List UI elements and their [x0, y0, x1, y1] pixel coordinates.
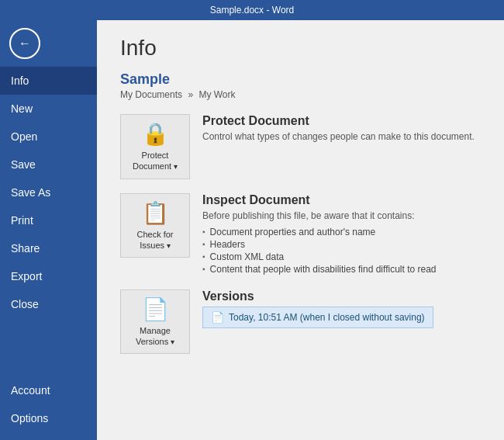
- sidebar-item-export[interactable]: Export: [0, 262, 97, 290]
- manage-versions-button[interactable]: ManageVersions: [120, 289, 190, 355]
- main-content: Info Sample My Documents » My Work Prote…: [97, 20, 504, 440]
- issue-item-3: Custom XML data: [202, 251, 481, 263]
- versions-button-label: ManageVersions: [136, 325, 174, 348]
- issue-item-1: Document properties and author's name: [202, 226, 481, 238]
- breadcrumb-part2: My Work: [198, 89, 235, 100]
- sidebar-item-save-as[interactable]: Save As: [0, 178, 97, 206]
- sidebar-bottom: Account Options: [0, 376, 97, 440]
- issue-item-2: Headers: [202, 238, 481, 251]
- sidebar-spacer: [0, 318, 97, 376]
- sidebar-item-close[interactable]: Close: [0, 290, 97, 318]
- protect-content: Protect Document Control what types of c…: [202, 114, 481, 147]
- check-issues-button[interactable]: Check forIssues: [120, 193, 190, 258]
- inspect-heading: Inspect Document: [202, 193, 481, 207]
- version-link[interactable]: 📄 Today, 10:51 AM (when I closed without…: [202, 307, 433, 328]
- protect-section: ProtectDocument Protect Document Control…: [120, 114, 481, 179]
- issue-item-4: Content that people with disabilities fi…: [202, 263, 481, 275]
- document-name: Sample: [120, 71, 481, 88]
- sidebar-item-save[interactable]: Save: [0, 151, 97, 178]
- versions-content: Versions 📄 Today, 10:51 AM (when I close…: [202, 289, 481, 328]
- version-doc-icon: 📄: [211, 311, 224, 324]
- protect-icon: [142, 121, 169, 147]
- sidebar: ← Info New Open Save Save As Print Share…: [0, 20, 97, 440]
- protect-description: Control what types of changes people can…: [202, 131, 481, 142]
- versions-heading: Versions: [202, 289, 481, 303]
- back-button[interactable]: ←: [9, 28, 40, 59]
- breadcrumb-part1: My Documents: [120, 89, 182, 100]
- title-bar-text: Sample.docx - Word: [210, 5, 295, 16]
- sidebar-item-new[interactable]: New: [0, 95, 97, 123]
- title-bar: Sample.docx - Word: [0, 0, 504, 20]
- versions-icon: [142, 296, 169, 322]
- versions-section: ManageVersions Versions 📄 Today, 10:51 A…: [120, 289, 481, 355]
- protect-document-button[interactable]: ProtectDocument: [120, 114, 190, 179]
- sidebar-item-share[interactable]: Share: [0, 234, 97, 262]
- version-link-text: Today, 10:51 AM (when I closed without s…: [229, 312, 425, 323]
- breadcrumb-separator: »: [188, 89, 193, 100]
- inspect-content: Inspect Document Before publishing this …: [202, 193, 481, 275]
- inspect-icon: [142, 200, 169, 226]
- inspect-button-label: Check forIssues: [136, 229, 173, 251]
- sidebar-item-print[interactable]: Print: [0, 206, 97, 234]
- sidebar-nav: Info New Open Save Save As Print Share E…: [0, 67, 97, 318]
- sidebar-item-open[interactable]: Open: [0, 123, 97, 151]
- breadcrumb: My Documents » My Work: [120, 89, 481, 100]
- protect-heading: Protect Document: [202, 114, 481, 128]
- inspect-section: Check forIssues Inspect Document Before …: [120, 193, 481, 275]
- sidebar-item-info[interactable]: Info: [0, 67, 97, 95]
- protect-button-label: ProtectDocument: [133, 150, 178, 172]
- sidebar-item-account[interactable]: Account: [0, 376, 97, 404]
- sidebar-item-options[interactable]: Options: [0, 404, 97, 432]
- page-title: Info: [120, 36, 481, 61]
- issues-list: Document properties and author's name He…: [202, 226, 481, 275]
- inspect-description: Before publishing this file, be aware th…: [202, 210, 481, 221]
